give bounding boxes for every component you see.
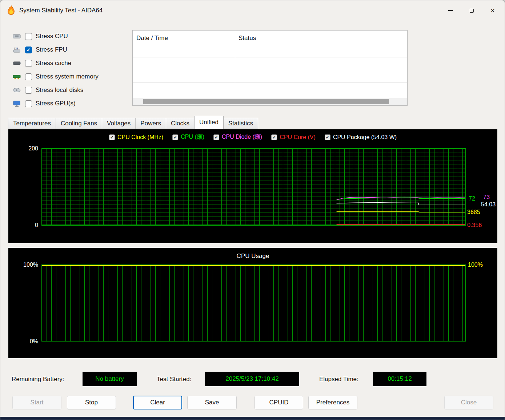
current-value-cpu-package: 54.03 (481, 201, 496, 208)
cpu-usage-title: CPU Usage (8, 253, 497, 260)
row-divider (133, 57, 407, 57)
legend-checkbox-cpu-package[interactable]: ✓ (325, 134, 330, 140)
legend-label: CPU Diode (癩) (222, 133, 262, 141)
tab-bar: Temperatures Cooling Fans Voltages Power… (8, 116, 258, 129)
column-header-date-time[interactable]: Date / Time (133, 31, 235, 57)
stress-option-gpu[interactable]: ✓ Stress GPU(s) (12, 98, 132, 109)
legend-checkbox-cpu-diode[interactable]: ✓ (213, 134, 219, 140)
tab-temperatures[interactable]: Temperatures (8, 118, 56, 129)
memory-icon (12, 74, 21, 79)
current-value-cpu-clock: 3685 (467, 209, 480, 215)
stress-option-fpu[interactable]: 123 ✓ Stress FPU (12, 44, 132, 55)
titlebar: System Stability Test - AIDA64 ✕ (0, 0, 505, 21)
log-table: Date / Time Status (132, 30, 408, 106)
start-button[interactable]: Start (12, 396, 61, 409)
window-controls: ✕ (440, 0, 503, 21)
stress-cache-checkbox[interactable]: ✓ (25, 60, 32, 67)
cpu-usage-line (42, 265, 465, 266)
stress-option-memory[interactable]: ✓ Stress system memory (12, 71, 132, 82)
clear-button[interactable]: Clear (133, 396, 182, 409)
remaining-battery-label: Remaining Battery: (12, 376, 64, 383)
legend-label: CPU (癩) (181, 133, 204, 141)
stress-cpu-checkbox[interactable]: ✓ (25, 33, 32, 40)
series-cpu-temp-line (337, 198, 465, 199)
stress-option-label: Stress cache (36, 60, 71, 67)
row-divider (133, 70, 407, 70)
fpu-icon: 123 (12, 47, 21, 53)
column-header-status[interactable]: Status (235, 31, 407, 57)
current-usage-value: 100% (468, 262, 483, 268)
legend-item-cpu-clock[interactable]: ✓ CPU Clock (MHz) (109, 134, 163, 141)
tab-statistics[interactable]: Statistics (223, 118, 258, 129)
stress-option-cpu[interactable]: ✓ Stress CPU (12, 31, 132, 42)
bottom-edge (0, 417, 505, 420)
close-button[interactable]: Close (444, 396, 493, 409)
disk-icon (12, 88, 21, 93)
y-axis-min-label: 0 (19, 222, 38, 229)
y-axis-max-label: 200 (19, 145, 38, 152)
cpuid-button[interactable]: CPUID (254, 396, 303, 409)
sensor-plot-area (41, 148, 466, 226)
legend-checkbox-cpu-clock[interactable]: ✓ (109, 134, 115, 140)
sensor-chart: ✓ CPU Clock (MHz) ✓ CPU (癩) ✓ CPU Diode … (8, 129, 497, 243)
titlebar-close-button[interactable]: ✕ (482, 0, 503, 21)
usage-y-max-label: 100% (19, 262, 38, 268)
cpu-usage-chart: CPU Usage 100% 0% 100% (8, 248, 497, 358)
current-value-cpu-diode: 73 (483, 194, 490, 201)
legend-item-cpu-core[interactable]: ✓ CPU Core (V) (271, 134, 316, 141)
elapsed-time-value: 00:15:12 (373, 372, 426, 386)
column-divider (235, 31, 235, 95)
window-title: System Stability Test - AIDA64 (19, 0, 103, 21)
minimize-icon (448, 10, 453, 11)
remaining-battery-value: No battery (83, 372, 137, 386)
scrollbar-thumb[interactable] (143, 99, 389, 104)
stress-option-label: Stress system memory (36, 73, 99, 80)
legend-item-cpu-package[interactable]: ✓ CPU Package (54.03 W) (325, 134, 397, 141)
legend-label: CPU Package (54.03 W) (333, 134, 397, 141)
minimize-button[interactable] (440, 0, 461, 21)
legend-item-cpu-temp[interactable]: ✓ CPU (癩) (172, 133, 204, 141)
cpu-icon (12, 33, 21, 39)
legend-item-cpu-diode[interactable]: ✓ CPU Diode (癩) (213, 133, 262, 141)
gpu-icon (12, 100, 21, 107)
elapsed-time-label: Elapsed Time: (319, 376, 358, 383)
stress-option-label: Stress local disks (36, 86, 83, 94)
app-window: System Stability Test - AIDA64 ✕ ✓ Stres… (0, 0, 505, 420)
tab-cooling-fans[interactable]: Cooling Fans (56, 118, 102, 129)
stop-button[interactable]: Stop (67, 396, 116, 409)
usage-plot-area (41, 264, 466, 342)
save-button[interactable]: Save (187, 396, 237, 409)
stress-disks-checkbox[interactable]: ✓ (25, 87, 32, 94)
aida64-flame-icon (6, 5, 16, 16)
legend-label: CPU Core (V) (280, 134, 316, 141)
table-horizontal-scrollbar[interactable] (133, 98, 407, 105)
stress-option-cache[interactable]: ✓ Stress cache (12, 58, 132, 69)
tab-unified[interactable]: Unified (194, 116, 224, 129)
legend-label: CPU Clock (MHz) (117, 134, 163, 141)
preferences-button[interactable]: Preferences (308, 396, 357, 409)
test-started-label: Test Started: (157, 376, 191, 383)
current-value-cpu-core: 0.356 (467, 222, 482, 229)
maximize-button[interactable] (461, 0, 482, 21)
series-cpu-package-line (337, 202, 465, 205)
usage-y-min-label: 0% (19, 338, 38, 345)
stress-option-disks[interactable]: ✓ Stress local disks (12, 85, 132, 96)
tab-voltages[interactable]: Voltages (102, 118, 136, 129)
stress-option-label: Stress GPU(s) (36, 100, 76, 107)
svg-text:123: 123 (14, 47, 18, 50)
sensor-chart-legend: ✓ CPU Clock (MHz) ✓ CPU (癩) ✓ CPU Diode … (8, 133, 497, 141)
stress-gpu-checkbox[interactable]: ✓ (25, 100, 32, 107)
legend-checkbox-cpu-temp[interactable]: ✓ (172, 134, 178, 140)
stress-option-label: Stress FPU (36, 46, 67, 53)
current-value-cpu-temp: 72 (469, 195, 475, 202)
series-cpu-clock-line (337, 211, 465, 212)
tab-clocks[interactable]: Clocks (166, 118, 195, 129)
cache-icon (12, 61, 21, 66)
tab-powers[interactable]: Powers (135, 118, 166, 129)
stress-memory-checkbox[interactable]: ✓ (25, 73, 32, 80)
test-started-value: 2025/5/23 17:10:42 (205, 372, 299, 386)
stress-option-label: Stress CPU (36, 33, 68, 40)
stress-fpu-checkbox[interactable]: ✓ (25, 47, 32, 53)
legend-checkbox-cpu-core[interactable]: ✓ (271, 134, 277, 140)
maximize-icon (470, 9, 474, 13)
